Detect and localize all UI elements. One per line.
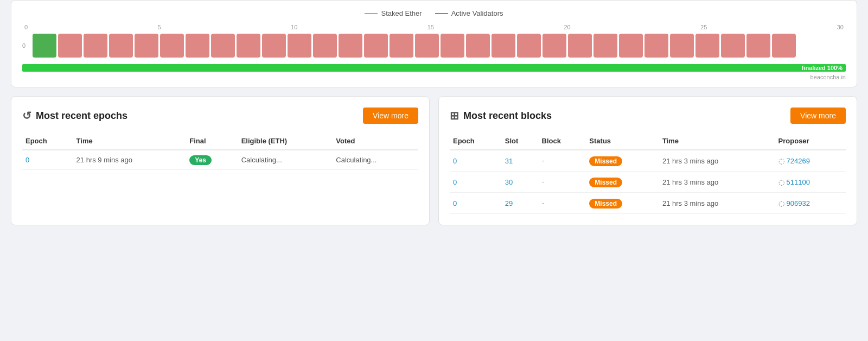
axis-20: 20	[564, 24, 570, 30]
block-cell: -	[539, 150, 586, 172]
slot-cell: 29	[502, 193, 539, 214]
proposer-cell: ◌ 906932	[775, 193, 846, 214]
proposer-link[interactable]: 906932	[787, 199, 810, 207]
epochs-col-voted: Voted	[333, 132, 418, 150]
axis-25: 25	[700, 24, 707, 30]
block-red-6	[186, 34, 209, 58]
block-red-19	[517, 34, 541, 58]
blocks-col-block: Block	[539, 132, 586, 150]
proposer-link[interactable]: 511100	[787, 178, 810, 186]
epochs-icon: ↺	[22, 109, 31, 122]
table-row: 0 21 hrs 9 mins ago Yes Calculating... C…	[22, 150, 418, 170]
block-red-3	[109, 34, 133, 58]
slot-link[interactable]: 31	[505, 157, 513, 165]
slot-link[interactable]: 29	[505, 199, 513, 207]
chart-legend: Staked Ether Active Validators	[22, 9, 846, 17]
block-cell: -	[539, 172, 586, 193]
blocks-col-epoch: Epoch	[450, 132, 502, 150]
block-red-12	[339, 34, 362, 58]
status-badge: Missed	[589, 178, 622, 187]
block-red-11	[313, 34, 337, 58]
status-cell: Missed	[586, 172, 659, 193]
slot-cell: 31	[502, 150, 539, 172]
table-row: 0 29 - Missed 21 hrs 3 mins ago ◌ 906932	[450, 193, 846, 214]
block-red-10	[288, 34, 311, 58]
epoch-cell: 0	[450, 150, 502, 172]
finalized-bar	[22, 64, 846, 72]
chart-panel: Staked Ether Active Validators 0 5 10 15…	[11, 0, 857, 87]
eligible-cell: Calculating...	[238, 150, 333, 170]
staked-ether-legend: Staked Ether	[365, 9, 422, 17]
block-red-25	[670, 34, 694, 58]
epoch-cell: 0	[450, 172, 502, 193]
epochs-view-more-button[interactable]: View more	[363, 108, 418, 124]
blocks-col-proposer: Proposer	[775, 132, 846, 150]
axis-30: 30	[837, 24, 844, 30]
slot-cell: 30	[502, 172, 539, 193]
block-red-24	[644, 34, 668, 58]
slot-link[interactable]: 30	[505, 178, 513, 186]
block-cell: -	[539, 193, 586, 214]
blocks-table: Epoch Slot Block Status Time Proposer 0 …	[450, 132, 846, 214]
epochs-panel: ↺ Most recent epochs View more Epoch Tim…	[11, 96, 430, 225]
blocks-panel-header: ⊞ Most recent blocks View more	[450, 108, 846, 124]
epochs-table: Epoch Time Final Eligible (ETH) Voted 0 …	[22, 132, 418, 170]
epochs-col-final: Final	[186, 132, 238, 150]
blocks-panel: ⊞ Most recent blocks View more Epoch Slo…	[438, 96, 857, 225]
axis-0: 0	[24, 24, 28, 30]
epoch-cell: 0	[450, 193, 502, 214]
block-red-27	[721, 34, 745, 58]
bottom-panels: ↺ Most recent epochs View more Epoch Tim…	[11, 96, 857, 225]
blocks-row: 0	[22, 34, 846, 58]
proposer-cell: ◌ 724269	[775, 150, 846, 172]
block-green	[33, 34, 56, 58]
block-red-5	[160, 34, 184, 58]
epoch-link[interactable]: 0	[453, 199, 457, 207]
proposer-icon: ◌	[778, 199, 784, 207]
proposer-icon: ◌	[778, 157, 784, 165]
blocks-title-text: Most recent blocks	[463, 110, 552, 122]
epoch-cell: 0	[22, 150, 73, 170]
axis-5: 5	[158, 24, 161, 30]
time-cell: 21 hrs 9 mins ago	[73, 150, 187, 170]
block-red-13	[364, 34, 388, 58]
time-cell: 21 hrs 3 mins ago	[659, 193, 775, 214]
beaconcha-credit: beaconcha.in	[22, 74, 846, 80]
proposer-cell: ◌ 511100	[775, 172, 846, 193]
block-red-23	[619, 34, 643, 58]
block-red-22	[593, 34, 617, 58]
proposer-link[interactable]: 724269	[787, 157, 810, 165]
chart-axis: 0 5 10 15 20 25 30	[22, 24, 846, 30]
time-cell: 21 hrs 3 mins ago	[659, 172, 775, 193]
block-red-14	[390, 34, 413, 58]
epochs-title-text: Most recent epochs	[36, 110, 127, 122]
staked-line	[365, 13, 378, 14]
final-cell: Yes	[186, 150, 238, 170]
blocks-zero-label: 0	[22, 42, 29, 49]
validators-label: Active Validators	[451, 9, 503, 17]
block-red-29	[772, 34, 796, 58]
axis-10: 10	[291, 24, 297, 30]
epoch-link[interactable]: 0	[453, 178, 457, 186]
epoch-link[interactable]: 0	[25, 156, 29, 164]
final-badge: Yes	[189, 155, 212, 165]
block-red-26	[695, 34, 719, 58]
block-red-1	[58, 34, 82, 58]
epoch-link[interactable]: 0	[453, 157, 457, 165]
epochs-table-header-row: Epoch Time Final Eligible (ETH) Voted	[22, 132, 418, 150]
blocks-col-time: Time	[659, 132, 775, 150]
block-red-15	[415, 34, 439, 58]
block-red-9	[262, 34, 286, 58]
voted-cell: Calculating...	[333, 150, 418, 170]
blocks-col-slot: Slot	[502, 132, 539, 150]
block-red-17	[466, 34, 490, 58]
block-red-20	[542, 34, 566, 58]
block-red-2	[84, 34, 107, 58]
block-red-4	[135, 34, 158, 58]
axis-15: 15	[427, 24, 434, 30]
staked-label: Staked Ether	[381, 9, 422, 17]
epochs-col-time: Time	[73, 132, 187, 150]
epochs-col-epoch: Epoch	[22, 132, 73, 150]
blocks-icon: ⊞	[450, 109, 459, 122]
blocks-view-more-button[interactable]: View more	[790, 108, 846, 124]
